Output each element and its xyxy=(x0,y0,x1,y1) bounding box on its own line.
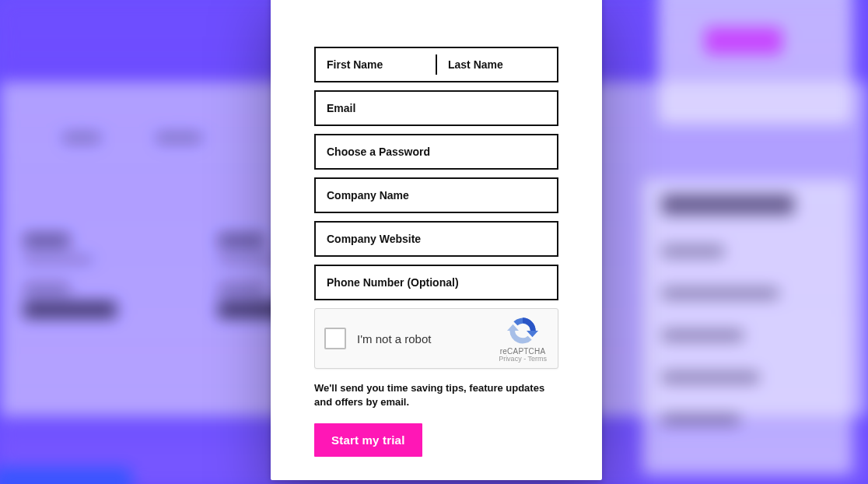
email-field-row xyxy=(314,90,558,126)
recaptcha-label: I'm not a robot xyxy=(357,332,499,345)
company-name-input[interactable] xyxy=(316,179,557,212)
password-input[interactable] xyxy=(316,135,557,168)
recaptcha-privacy-link[interactable]: Privacy xyxy=(499,355,522,363)
recaptcha-icon xyxy=(507,315,538,346)
company-field-row xyxy=(314,177,558,213)
last-name-input[interactable] xyxy=(437,48,557,81)
password-field-row xyxy=(314,134,558,170)
phone-field-row xyxy=(314,265,558,300)
name-field-row xyxy=(314,47,558,82)
signup-form: I'm not a robot reCAPTCHA Privacy - Term… xyxy=(314,47,558,457)
company-website-input[interactable] xyxy=(316,223,557,255)
first-name-input[interactable] xyxy=(316,48,436,81)
phone-input[interactable] xyxy=(316,266,557,299)
recaptcha-widget: I'm not a robot reCAPTCHA Privacy - Term… xyxy=(314,308,558,369)
recaptcha-badge: reCAPTCHA Privacy - Terms xyxy=(499,315,547,363)
recaptcha-terms-link[interactable]: Terms xyxy=(528,355,548,363)
recaptcha-checkbox[interactable] xyxy=(324,328,346,349)
start-trial-button[interactable]: Start my trial xyxy=(314,423,422,457)
signup-modal: I'm not a robot reCAPTCHA Privacy - Term… xyxy=(271,0,602,480)
email-disclaimer: We'll send you time saving tips, feature… xyxy=(314,381,558,409)
email-input[interactable] xyxy=(316,92,557,125)
website-field-row xyxy=(314,221,558,257)
